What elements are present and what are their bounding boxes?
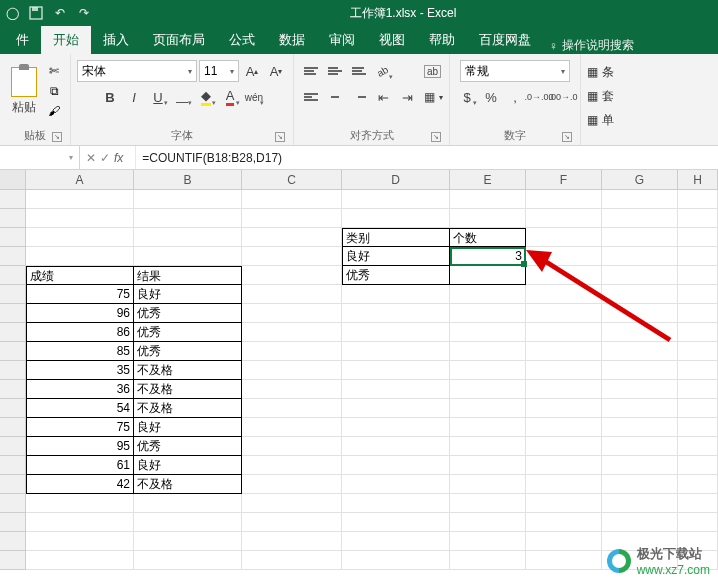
cell[interactable]	[242, 228, 342, 247]
cell[interactable]	[26, 513, 134, 532]
cell[interactable]: 不及格	[134, 475, 242, 494]
align-bottom-button[interactable]	[348, 60, 370, 82]
cell-styles-button[interactable]: ▦单	[587, 110, 614, 130]
cell[interactable]	[342, 399, 450, 418]
cell[interactable]	[342, 209, 450, 228]
cell[interactable]	[678, 228, 718, 247]
cell[interactable]	[342, 323, 450, 342]
cell[interactable]	[526, 418, 602, 437]
tab-formulas[interactable]: 公式	[217, 26, 267, 54]
select-all-corner[interactable]	[0, 170, 26, 189]
cell[interactable]: 不及格	[134, 399, 242, 418]
col-header[interactable]: B	[134, 170, 242, 189]
cell[interactable]: 36	[26, 380, 134, 399]
cell[interactable]: 75	[26, 285, 134, 304]
cell[interactable]	[242, 456, 342, 475]
cell[interactable]	[678, 342, 718, 361]
cell[interactable]: 优秀	[134, 437, 242, 456]
redo-icon[interactable]: ↷	[76, 5, 92, 21]
cell[interactable]	[526, 247, 602, 266]
cell[interactable]	[450, 209, 526, 228]
cell[interactable]	[678, 475, 718, 494]
cell[interactable]	[526, 475, 602, 494]
cell[interactable]	[342, 361, 450, 380]
cell[interactable]	[342, 418, 450, 437]
decrease-decimal-button[interactable]: .00→.0	[552, 86, 574, 108]
tab-baidu[interactable]: 百度网盘	[467, 26, 543, 54]
cell[interactable]	[678, 190, 718, 209]
number-launcher[interactable]: ↘	[562, 132, 572, 142]
tab-help[interactable]: 帮助	[417, 26, 467, 54]
cell[interactable]	[678, 513, 718, 532]
font-size-combo[interactable]: 11▾	[199, 60, 239, 82]
cell[interactable]	[450, 399, 526, 418]
cell[interactable]	[678, 399, 718, 418]
italic-button[interactable]: I	[123, 86, 145, 108]
cell[interactable]: 42	[26, 475, 134, 494]
cell[interactable]	[526, 380, 602, 399]
cell[interactable]	[242, 285, 342, 304]
merge-center-button[interactable]: ▦▾	[424, 86, 443, 108]
cell[interactable]	[450, 437, 526, 456]
col-header[interactable]: D	[342, 170, 450, 189]
cell[interactable]	[134, 513, 242, 532]
cell[interactable]: 75	[26, 418, 134, 437]
row-header[interactable]	[0, 513, 26, 532]
fx-icon[interactable]: fx	[114, 151, 129, 165]
tab-review[interactable]: 审阅	[317, 26, 367, 54]
cell[interactable]	[526, 342, 602, 361]
cell[interactable]	[678, 285, 718, 304]
cell[interactable]: 96	[26, 304, 134, 323]
cell[interactable]	[526, 494, 602, 513]
cell[interactable]	[602, 323, 678, 342]
cell[interactable]	[678, 494, 718, 513]
cell[interactable]: 优秀	[134, 304, 242, 323]
cell[interactable]	[678, 418, 718, 437]
paste-button[interactable]: 粘贴	[6, 59, 42, 123]
cell[interactable]	[134, 228, 242, 247]
cell[interactable]: 优秀	[134, 323, 242, 342]
row-header[interactable]	[0, 266, 26, 285]
row-header[interactable]	[0, 380, 26, 399]
cell[interactable]	[342, 456, 450, 475]
copy-button[interactable]: ⧉	[44, 82, 64, 100]
cell[interactable]	[242, 209, 342, 228]
cell[interactable]	[26, 190, 134, 209]
cell[interactable]	[526, 323, 602, 342]
accounting-format-button[interactable]: $	[456, 86, 478, 108]
row-header[interactable]	[0, 209, 26, 228]
row-header[interactable]	[0, 342, 26, 361]
cell[interactable]	[242, 532, 342, 551]
cell[interactable]	[242, 418, 342, 437]
align-right-button[interactable]	[348, 86, 370, 108]
col-header[interactable]: F	[526, 170, 602, 189]
cell[interactable]	[678, 456, 718, 475]
conditional-format-button[interactable]: ▦条	[587, 62, 614, 82]
cell[interactable]	[134, 247, 242, 266]
tab-data[interactable]: 数据	[267, 26, 317, 54]
cell[interactable]	[242, 475, 342, 494]
cell[interactable]	[450, 342, 526, 361]
cell[interactable]	[678, 380, 718, 399]
save-icon[interactable]	[28, 5, 44, 21]
cell[interactable]	[450, 285, 526, 304]
cell[interactable]	[602, 494, 678, 513]
col-header[interactable]: G	[602, 170, 678, 189]
cell[interactable]	[602, 475, 678, 494]
cell[interactable]	[526, 399, 602, 418]
cell[interactable]	[26, 494, 134, 513]
cell[interactable]	[526, 437, 602, 456]
cell[interactable]	[526, 304, 602, 323]
cell[interactable]	[602, 342, 678, 361]
cell[interactable]	[678, 209, 718, 228]
cell[interactable]	[342, 304, 450, 323]
row-header[interactable]	[0, 247, 26, 266]
cell[interactable]	[242, 304, 342, 323]
cell[interactable]	[450, 266, 526, 285]
cell[interactable]	[242, 494, 342, 513]
cell[interactable]	[242, 247, 342, 266]
enter-formula-button[interactable]: ✓	[100, 151, 110, 165]
tab-view[interactable]: 视图	[367, 26, 417, 54]
font-color-button[interactable]: A	[219, 86, 241, 108]
cell[interactable]	[242, 266, 342, 285]
